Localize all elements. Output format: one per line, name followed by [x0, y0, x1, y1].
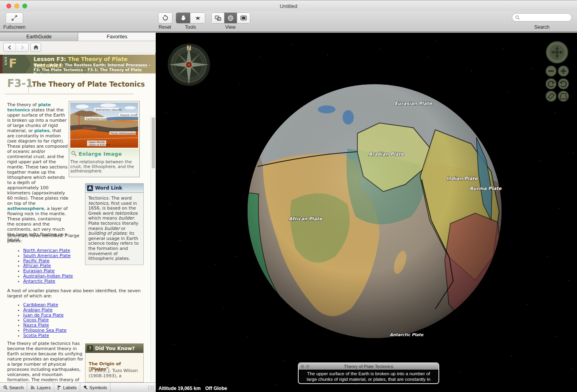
- globe[interactable]: Eurasian Plate Arabian Plate Indian Plat…: [245, 84, 502, 374]
- labels-panel-button[interactable]: Labels: [54, 383, 80, 392]
- symbols-panel-label: Symbols: [89, 385, 107, 390]
- wordlink-asthenosphere[interactable]: asthenosphere: [7, 206, 44, 211]
- forward-icon: [20, 45, 24, 50]
- home-button[interactable]: [30, 43, 41, 52]
- globe-canvas[interactable]: Eurasian Plate Arabian Plate Indian Plat…: [156, 33, 577, 392]
- diagram-label-upper-mantle-depth: (down to 670 km): [89, 143, 110, 146]
- rotate-ccw-button[interactable]: [558, 79, 569, 89]
- forward-button[interactable]: [16, 43, 28, 51]
- view-globe-button[interactable]: [224, 13, 237, 23]
- orbit-tool-icon: [195, 16, 201, 21]
- enlarge-image-button[interactable]: Enlarge Image: [69, 148, 139, 159]
- popup-title-text: Theory of Plate Tectonics: [344, 364, 393, 369]
- view-segmented-control: [211, 12, 250, 24]
- main-toolbar: Fullscreen Reset Tools: [0, 11, 577, 32]
- breadcrumb-unit-f-link[interactable]: Unit F: The Restless Earth: Internal Pro…: [49, 63, 147, 67]
- popup-close-icon[interactable]: ×: [301, 365, 304, 368]
- plate-link-caribbean[interactable]: Caribbean Plate: [23, 302, 58, 307]
- search-icon: [515, 15, 520, 20]
- reset-label: Reset: [151, 24, 179, 30]
- fullscreen-expand-icon: [11, 15, 18, 21]
- breadcrumb-units-link[interactable]: Units: [34, 63, 45, 67]
- fullscreen-button[interactable]: [6, 12, 23, 24]
- plate-link-pacific[interactable]: Pacific Plate: [23, 258, 50, 263]
- tab-earthguide[interactable]: EarthGuide: [0, 33, 78, 41]
- breadcrumb-f3-link[interactable]: F3: The Plate Tectonics: [34, 67, 83, 72]
- tab-favorites[interactable]: Favorites: [78, 33, 156, 41]
- home-icon: [33, 45, 39, 50]
- plate-link-eurasian[interactable]: Eurasian Plate: [23, 268, 55, 273]
- reset-icon: [162, 15, 169, 21]
- word-link-a-icon: A: [87, 185, 93, 191]
- zoom-out-button[interactable]: [546, 66, 556, 76]
- word-link-box: A Word Link Tectonics: The word tectonic…: [85, 183, 144, 265]
- altitude-readout: Altitude 19,065 km: [159, 386, 200, 391]
- plate-link-juan-de-fuca[interactable]: Juan de Fuca Plate: [23, 313, 63, 318]
- popup-titlebar: × − Theory of Plate Tectonics: [299, 363, 438, 370]
- unit-letter: F: [9, 56, 17, 70]
- large-plates-intro: Scientists have identified 7 large plate…: [7, 233, 85, 244]
- tilt-up-button[interactable]: [558, 91, 569, 101]
- compass-rose[interactable]: N: [168, 44, 210, 86]
- plate-link-cocos[interactable]: Cocos Plate: [23, 317, 49, 323]
- search-panel-button[interactable]: Search: [0, 383, 27, 392]
- scrollbar-thumb[interactable]: [152, 117, 155, 168]
- info-popup[interactable]: × − Theory of Plate Tectonics The upper …: [298, 362, 439, 384]
- history-nav-group: [3, 43, 29, 52]
- enlarge-image-label: Enlarge Image: [79, 151, 122, 157]
- diagram-label-lithosphere: Lithosphere: [82, 127, 97, 130]
- globe-nav-controls: [546, 42, 569, 101]
- breadcrumb-separator: –: [83, 67, 87, 72]
- word-link-title: Word Link: [95, 185, 122, 191]
- popup-minimize-icon[interactable]: −: [306, 365, 309, 368]
- plate-link-scotia[interactable]: Scotia Plate: [23, 333, 49, 338]
- paragraph-text: , that are constantly in motion (see dia…: [7, 128, 68, 206]
- toolbar-drag-handle[interactable]: [149, 385, 153, 390]
- diagram-caption: The relationship between the crust, the …: [69, 159, 139, 177]
- lesson-content: F3-1 The Theory of Plate Tectonics The t…: [0, 73, 156, 382]
- tools-label: Tools: [176, 24, 205, 30]
- app-window: Untitled Fullscreen Reset: [0, 0, 577, 392]
- unit-word: Unit: [4, 57, 8, 65]
- wordlink-text: Tectonics: The word: [88, 196, 132, 201]
- paragraph-text: The theory of: [7, 102, 38, 107]
- plate-link-african[interactable]: African Plate: [23, 263, 51, 268]
- orbit-tool-button[interactable]: [190, 13, 205, 23]
- wordlink-plates[interactable]: plates: [34, 128, 50, 133]
- wordlink-italic: builder: [119, 216, 134, 221]
- view-photos-button[interactable]: [212, 13, 224, 23]
- layers-panel-button[interactable]: Layers: [27, 383, 54, 392]
- plate-link-antarctic[interactable]: Antarctic Plate: [23, 279, 55, 284]
- tilt-down-button[interactable]: [546, 91, 556, 101]
- hand-tool-button[interactable]: [176, 13, 190, 23]
- wordlink-text: or: [120, 226, 126, 231]
- plate-label-african: African Plate: [289, 216, 323, 222]
- plate-link-south-american[interactable]: South American Plate: [23, 253, 71, 258]
- plate-link-arabian[interactable]: Arabian Plate: [23, 307, 53, 313]
- plate-link-north-american[interactable]: North American Plate: [23, 248, 70, 253]
- flag-icon: [58, 385, 61, 390]
- rotate-cw-button[interactable]: [546, 79, 556, 89]
- plate-link-australian-indian[interactable]: Australian-Indian Plate: [23, 273, 73, 279]
- cursor-mode-readout: Off Globe: [205, 386, 227, 391]
- breadcrumb-separator: –: [147, 63, 151, 67]
- intro-paragraph: The theory of plate tectonics states tha…: [7, 102, 68, 242]
- back-button[interactable]: [4, 43, 16, 51]
- plate-link-philippine-sea[interactable]: Philippine Sea Plate: [23, 328, 67, 333]
- pan-control[interactable]: [546, 42, 568, 63]
- smaller-plates-intro: A host of smaller plates have also been …: [7, 288, 154, 299]
- window-title: Untitled: [0, 3, 577, 9]
- did-you-know-body: In 1965, J. Tuzo Wilson (1908-1993), a: [89, 368, 141, 378]
- popup-body-text: The upper surface of the Earth is broken…: [299, 370, 438, 384]
- search-input[interactable]: [512, 13, 572, 22]
- reset-button[interactable]: [158, 12, 173, 24]
- symbols-panel-button[interactable]: Symbols: [80, 383, 111, 392]
- zoom-in-button[interactable]: [558, 66, 569, 76]
- diagram-label-continental: Continental Crust: [86, 117, 107, 120]
- wordlink-italic: tektonikos: [115, 211, 138, 216]
- plate-label-antarctic: Antarctic Plate: [390, 333, 424, 337]
- view-presentation-button[interactable]: [237, 13, 250, 23]
- plate-link-nazca[interactable]: Nazca Plate: [23, 323, 49, 328]
- section-underline: [6, 94, 133, 94]
- globe-viewport[interactable]: Eurasian Plate Arabian Plate Indian Plat…: [156, 33, 577, 392]
